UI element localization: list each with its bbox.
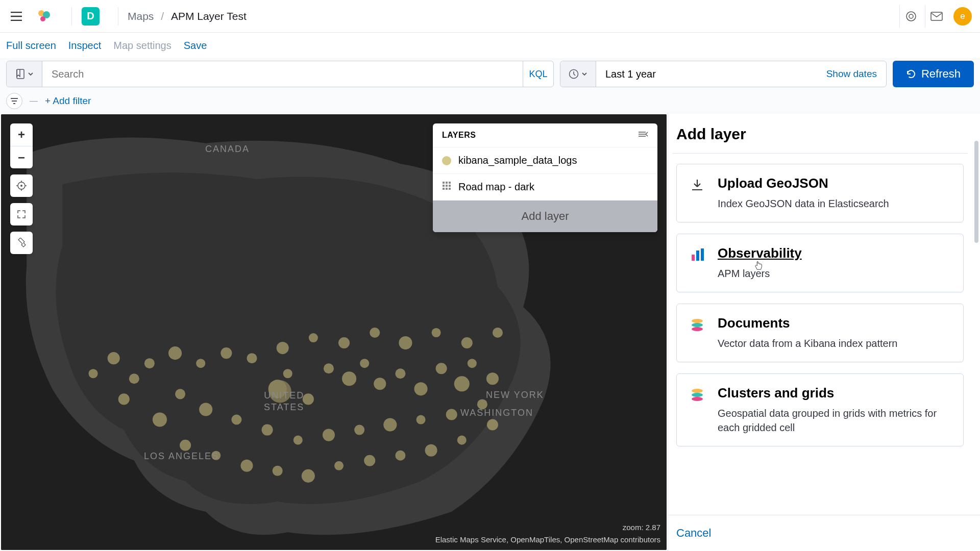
inspect-link[interactable]: Inspect [68,40,101,52]
svg-point-30 [231,414,241,424]
svg-rect-76 [701,248,704,261]
menu-toggle-button[interactable] [8,8,24,24]
elastic-logo-icon[interactable] [35,7,53,26]
card-clusters-grids[interactable]: Clusters and grids Geospatial data group… [676,373,964,446]
card-title: Documents [718,315,897,331]
breadcrumb-separator: / [161,10,164,22]
zoom-in-button[interactable]: + [10,123,33,146]
card-title: Observability [718,245,802,261]
svg-point-52 [220,347,232,359]
add-layer-flyout: Add layer Upload GeoJSON Index GeoJSON d… [668,113,980,551]
show-dates-link[interactable]: Show dates [826,68,877,80]
svg-point-14 [360,359,369,368]
svg-rect-74 [692,255,695,261]
card-documents[interactable]: Documents Vector data from a Kibana inde… [676,304,964,362]
svg-point-24 [416,415,425,424]
svg-point-60 [461,337,473,348]
zoom-level-label: zoom: 2.87 [435,521,660,534]
collapse-layers-icon[interactable] [638,131,648,140]
card-title: Clusters and grids [718,385,952,401]
flyout-title: Add layer [672,123,968,153]
card-desc: Vector data from a Kibana index pattern [718,336,897,350]
locate-button[interactable] [10,174,33,197]
svg-point-57 [370,328,380,338]
fit-bounds-button[interactable] [10,203,33,226]
app-badge[interactable]: D [81,7,100,26]
breadcrumb-root[interactable]: Maps [128,10,154,22]
svg-point-11 [303,393,314,405]
tools-button[interactable] [10,232,33,254]
svg-point-56 [338,337,350,348]
download-icon [688,178,706,196]
svg-point-17 [414,382,427,395]
svg-point-2 [40,16,45,21]
svg-point-49 [144,358,155,368]
layer-item[interactable]: Road map - dark [433,174,657,201]
zoom-out-button[interactable]: − [10,146,33,168]
search-input[interactable] [42,61,523,87]
svg-point-42 [425,444,437,457]
map-canvas[interactable]: CANADA UNITED STATES NEW YORK WASHINGTON… [1,114,667,550]
svg-point-64 [20,185,22,187]
svg-point-53 [247,353,257,363]
scrollbar[interactable] [974,141,978,243]
layer-label: kibana_sample_data_logs [458,155,577,166]
svg-point-36 [240,460,253,472]
svg-point-50 [168,346,182,360]
breadcrumb: Maps / APM Layer Test [128,10,247,22]
svg-point-4 [909,14,913,18]
add-layer-button[interactable]: Add layer [433,201,657,232]
save-link[interactable]: Save [184,40,207,52]
layers-panel: LAYERS kibana_sample_data_logs Road map … [433,123,657,232]
filter-options-button[interactable] [6,93,22,109]
svg-rect-5 [931,12,942,20]
refresh-button[interactable]: Refresh [893,61,974,87]
user-avatar[interactable]: e [953,7,972,26]
map-controls: + − [10,123,33,254]
saved-query-button[interactable] [7,61,42,87]
svg-point-48 [118,393,130,405]
time-picker[interactable]: Last 1 year Show dates [560,61,887,87]
svg-point-44 [487,419,498,431]
svg-rect-67 [449,182,451,184]
svg-point-81 [692,393,703,397]
svg-point-38 [302,469,315,483]
svg-rect-68 [443,185,445,187]
elastic-icon [688,387,706,406]
full-screen-link[interactable]: Full screen [6,40,56,52]
svg-point-19 [454,376,470,391]
svg-point-20 [468,359,477,368]
card-desc: Index GeoJSON data in Elasticsearch [718,196,889,211]
layers-panel-header: LAYERS [433,123,657,147]
svg-rect-65 [443,182,445,184]
svg-point-25 [383,418,397,432]
svg-point-78 [692,323,703,327]
add-filter-link[interactable]: + Add filter [45,95,91,107]
svg-rect-66 [446,182,448,184]
svg-point-28 [293,436,303,445]
mail-icon[interactable] [925,5,947,28]
svg-point-61 [493,328,503,338]
cancel-link[interactable]: Cancel [676,527,711,539]
layers-title: LAYERS [442,131,476,140]
layer-item[interactable]: kibana_sample_data_logs [433,147,657,174]
card-observability[interactable]: Observability APM layers [676,234,964,292]
zoom-controls: + − [10,123,33,168]
filter-separator: — [30,96,38,106]
kql-toggle[interactable]: KQL [523,61,553,87]
svg-point-34 [180,440,191,451]
svg-rect-6 [17,69,24,79]
time-value[interactable]: Last 1 year Show dates [596,61,886,87]
svg-rect-73 [449,188,451,190]
svg-point-31 [199,403,212,416]
card-title: Upload GeoJSON [718,176,889,191]
time-picker-prefix[interactable] [560,61,596,87]
svg-rect-71 [443,188,445,190]
card-upload-geojson[interactable]: Upload GeoJSON Index GeoJSON data in Ela… [676,164,964,222]
map-settings-link[interactable]: Map settings [113,40,171,52]
svg-point-43 [457,436,467,445]
map-attribution: zoom: 2.87 Elastic Maps Service, OpenMap… [435,521,660,546]
news-feed-icon[interactable] [899,5,922,28]
svg-point-35 [211,451,220,460]
layer-label: Road map - dark [458,181,534,193]
